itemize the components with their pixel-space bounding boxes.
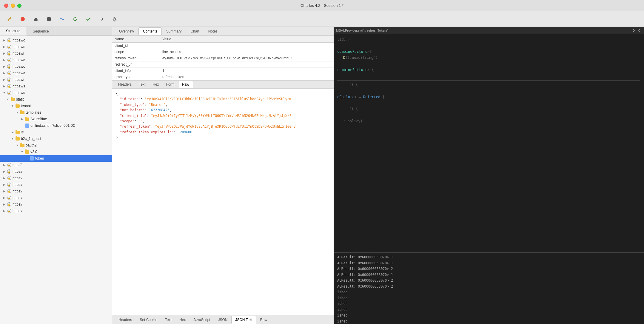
tree-item-https-c2[interactable]: ▶ 🔒 https://c	[0, 57, 112, 63]
tab-summary[interactable]: Summary	[162, 27, 186, 35]
left-panel: Structure Sequence ▶ 🔒 https://c ▶ 🔒 htt…	[0, 27, 112, 324]
tree-item-https-t[interactable]: ▶ 🔒 https://t	[0, 76, 112, 83]
expand-icon: ▼	[6, 98, 10, 101]
expand-icon: ▶	[2, 45, 6, 49]
tree-item-tenant[interactable]: ▼ tenant	[0, 103, 112, 109]
param-name: grant_type	[112, 74, 160, 80]
lock-icon: 🔒	[7, 77, 12, 82]
tab-raw[interactable]: Raw	[178, 81, 193, 88]
settings-button[interactable]	[110, 14, 119, 24]
tree-item-https-o[interactable]: ▶ 🔒 https://o	[0, 44, 112, 50]
tree-item-http[interactable]: ▶ 🔒 http://	[0, 162, 112, 168]
stop-button[interactable]	[44, 14, 54, 24]
throttle-button[interactable]	[57, 14, 67, 24]
doc-icon	[30, 156, 34, 161]
tree-item-https-4[interactable]: ▶ 🔒 https:/	[0, 188, 112, 195]
tree-item-https-5[interactable]: ▶ 🔒 https:/	[0, 195, 112, 201]
tree-item-unified-cshtml[interactable]: ▶ unified.cshtml?slice=001-0C	[0, 122, 112, 129]
tab-resp-json[interactable]: JSON	[214, 316, 231, 324]
folder-icon	[25, 149, 30, 154]
lock-icon: 🔒	[7, 169, 12, 174]
tab-resp-hex[interactable]: Hex	[175, 316, 189, 324]
param-name: client_id	[112, 43, 160, 49]
close-button[interactable]	[4, 4, 8, 8]
tab-resp-headers[interactable]: Headers	[115, 316, 136, 324]
minimize-button[interactable]	[11, 4, 15, 8]
pen-tool-button[interactable]	[5, 14, 14, 24]
tree-item-label: https:/	[13, 169, 22, 174]
tab-text[interactable]: Text	[135, 81, 149, 88]
tab-hex[interactable]: Hex	[149, 81, 162, 88]
tree-item-label: https://c	[13, 58, 25, 62]
tree-item-https-2[interactable]: ▶ 🔒 https:/	[0, 175, 112, 181]
tree-item-label: AzureBlue	[30, 117, 47, 121]
tab-resp-setcookie[interactable]: Set Cookie	[136, 316, 161, 324]
folder-icon	[15, 104, 20, 108]
tree-item-https-c3[interactable]: ▶ 🔒 https://c	[0, 63, 112, 70]
expand-icon: ▼	[11, 104, 14, 108]
tree-item-https-s[interactable]: ▶ 🔒 https://s	[0, 83, 112, 90]
console-line: ALResult: 0x600000058070> 1	[337, 260, 640, 266]
folder-icon	[20, 143, 25, 148]
lock-icon: 🔒	[7, 182, 12, 187]
check-button[interactable]	[84, 14, 93, 24]
expand-icon: ▶	[2, 65, 6, 68]
code-panel-header: MSALProvider.swift / refreshToken()	[334, 27, 644, 34]
lock-icon: 🔒	[7, 195, 12, 200]
tab-resp-jsontext[interactable]: JSON Text	[231, 316, 256, 324]
tab-sequence[interactable]: Sequence	[27, 27, 55, 36]
tab-resp-raw[interactable]: Raw	[256, 316, 271, 324]
tree-item-token[interactable]: ▶ token	[0, 155, 112, 162]
tab-contents[interactable]: Contents	[138, 27, 162, 35]
tree-item-label: https:/	[13, 183, 22, 187]
tree-item-oauth2[interactable]: ▼ oauth2	[0, 142, 112, 149]
tree-item-templates[interactable]: ▼ templates	[0, 109, 112, 116]
arrow-button[interactable]	[97, 14, 106, 24]
maximize-button[interactable]	[17, 4, 21, 8]
tab-form[interactable]: Form	[163, 81, 178, 88]
tab-headers[interactable]: Headers	[115, 81, 135, 88]
tree-item-https-c1[interactable]: ▶ 🔒 https://c	[0, 37, 112, 44]
tree-item-eight[interactable]: ▶ ⑧	[0, 129, 112, 135]
tab-overview[interactable]: Overview	[115, 27, 138, 35]
expand-icon: ▶	[2, 209, 6, 213]
expand-icon: ▶	[2, 52, 6, 55]
lock-icon: 🔒	[7, 176, 12, 180]
window-title: Charles 4.2 - Session 1 *	[301, 3, 343, 8]
expand-icon: ▶	[2, 84, 6, 88]
tab-structure[interactable]: Structure	[0, 27, 27, 36]
tree-item-https-7[interactable]: ▶ 🔒 https:/	[0, 208, 112, 214]
console-line: ALResult: 0x600000058070> 1	[337, 272, 640, 278]
tree-item-label: ⑧	[21, 130, 24, 134]
tree-item-https-a[interactable]: ▶ 🔒 https://a	[0, 70, 112, 76]
tab-notes[interactable]: Notes	[204, 27, 222, 35]
expand-icon: ▼	[20, 150, 24, 154]
tree-item-https-c-expanded[interactable]: ▼ 🔒 https://c	[0, 90, 112, 96]
refresh-button[interactable]	[70, 14, 80, 24]
record-button[interactable]	[18, 14, 27, 24]
tree-item-label: https://l	[13, 51, 24, 55]
tree-item-https-1[interactable]: ▶ 🔒 https:/	[0, 168, 112, 175]
window-controls[interactable]	[4, 4, 21, 8]
expand-icon: ▶	[11, 130, 14, 134]
tree-item-https-l[interactable]: ▶ 🔒 https://l	[0, 50, 112, 57]
expand-icon: ▶	[2, 163, 6, 167]
tab-resp-javascript[interactable]: JavaScript	[189, 316, 214, 324]
tab-resp-text[interactable]: Text	[161, 316, 175, 324]
tree-item-azureblue[interactable]: ▶ AzureBlue	[0, 116, 112, 122]
content-tabs: Overview Contents Summary Chart Notes	[112, 27, 334, 36]
tree-item-b2c-susi[interactable]: ▼ b2c_1a_susi	[0, 135, 112, 142]
table-row: client_info 1	[112, 68, 334, 74]
expand-icon: ▶	[2, 71, 6, 75]
tree-item-static[interactable]: ▼ static	[0, 96, 112, 103]
code-panel: MSALProvider.swift / refreshToken() lid)…	[334, 27, 644, 324]
hat-button[interactable]	[31, 14, 41, 24]
tree-list: ▶ 🔒 https://c ▶ 🔒 https://o ▶ 🔒 https://…	[0, 36, 112, 324]
tree-item-https-6[interactable]: ▶ 🔒 https:/	[0, 201, 112, 208]
view-tabs: Structure Sequence	[0, 27, 112, 36]
tree-item-https-3[interactable]: ▶ 🔒 https:/	[0, 181, 112, 188]
tab-chart[interactable]: Chart	[186, 27, 204, 35]
tree-item-v2[interactable]: ▼ v2.0	[0, 149, 112, 155]
table-row: grant_type refresh_token	[112, 74, 334, 80]
lock-icon: 🔒	[7, 71, 12, 75]
